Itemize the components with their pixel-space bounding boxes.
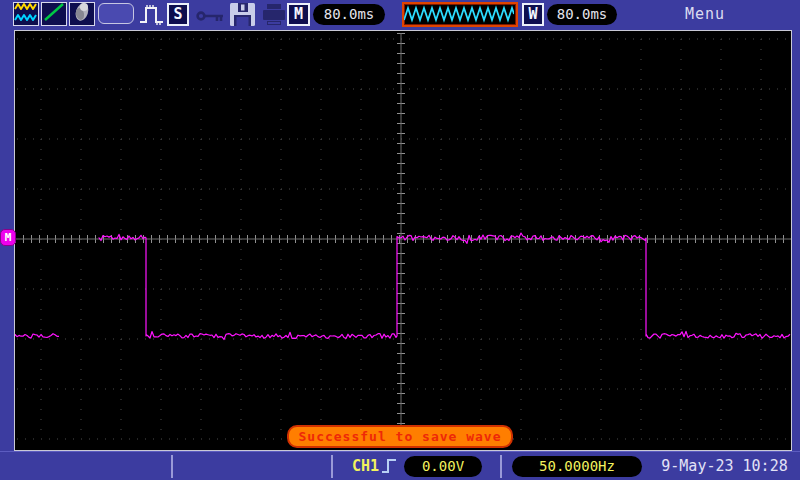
pulse-trigger-icon[interactable]: [138, 3, 166, 30]
dense-sine-icon: [404, 5, 516, 24]
dual-wave-icon: [14, 1, 38, 27]
menu-button[interactable]: Menu: [660, 5, 750, 23]
main-timebase-value: 80.0ms: [313, 4, 385, 25]
bottom-statusbar: CH1 0.00V 50.0000Hz 9-May-23 10:28: [0, 451, 800, 480]
window-timebase-value: 80.0ms: [547, 4, 617, 25]
ramp-line-icon: [42, 1, 66, 27]
trigger-level-value: 0.00V: [404, 456, 482, 477]
window-timebase-badge: W: [522, 3, 544, 26]
m-label: M: [294, 5, 303, 23]
oscilloscope-screen: S M: [0, 0, 800, 480]
single-seq-button[interactable]: S: [167, 3, 189, 26]
graticule-and-trace: [15, 31, 791, 450]
top-toolbar: S M: [0, 0, 800, 30]
hand-blob-icon: [70, 1, 94, 27]
main-timebase-badge: M: [287, 3, 310, 26]
key-lock-icon[interactable]: [196, 8, 226, 27]
waveform-display: Successful to save wave: [14, 30, 792, 451]
channel-marker[interactable]: M: [0, 229, 16, 246]
save-success-toast: Successful to save wave: [287, 425, 513, 448]
acquire-status-indicator: [69, 2, 95, 26]
empty-status-slot: [98, 3, 134, 24]
trigger-channel-label: CH1: [352, 457, 379, 475]
zoom-window-preview: [402, 2, 518, 27]
print-icon[interactable]: [261, 3, 287, 30]
divider: [500, 455, 502, 478]
datetime-readout: 9-May-23 10:28: [652, 457, 797, 475]
frequency-readout: 50.0000Hz: [512, 456, 642, 477]
channel-waves-indicator: [13, 2, 39, 26]
s-label: S: [173, 5, 182, 23]
divider: [331, 455, 333, 478]
w-label: W: [528, 5, 537, 23]
slope-mode-indicator: [41, 2, 67, 26]
divider: [171, 455, 173, 478]
save-floppy-icon[interactable]: [229, 2, 256, 31]
rising-edge-icon: [380, 455, 400, 480]
